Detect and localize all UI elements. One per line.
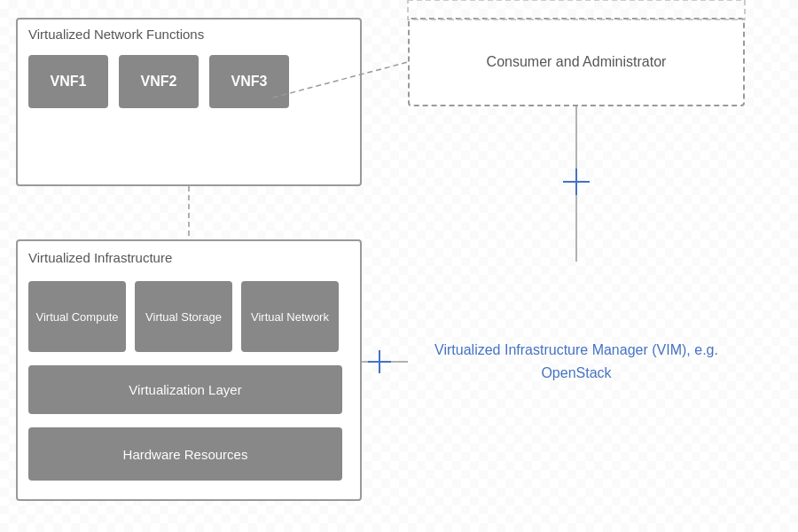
vnf1-box: VNF1 (28, 55, 108, 108)
consumer-label: Consumer and Administrator (410, 20, 743, 105)
vnf2-box: VNF2 (119, 55, 199, 108)
vim-label: Virtualized Infrastructure Manager (VIM)… (408, 262, 745, 461)
virtualization-layer-bar: Virtualization Layer (28, 365, 342, 414)
virtual-compute-box: Virtual Compute (28, 281, 126, 352)
hardware-resources-bar: Hardware Resources (28, 427, 342, 481)
vnf-label: Virtualized Network Functions (28, 27, 204, 42)
vim-box: Virtualized Infrastructure Manager (VIM)… (408, 262, 745, 461)
vnf-outer-box: Virtualized Network Functions VNF1 VNF2 … (16, 18, 362, 186)
virtual-network-box: Virtual Network (241, 281, 339, 352)
vnf3-box: VNF3 (209, 55, 289, 108)
consumer-box: Consumer and Administrator (408, 18, 745, 106)
svg-rect-8 (408, 0, 745, 20)
vi-label: Virtualized Infrastructure (28, 250, 172, 265)
virtual-storage-box: Virtual Storage (135, 281, 232, 352)
vi-outer-box: Virtualized Infrastructure Virtual Compu… (16, 239, 362, 501)
